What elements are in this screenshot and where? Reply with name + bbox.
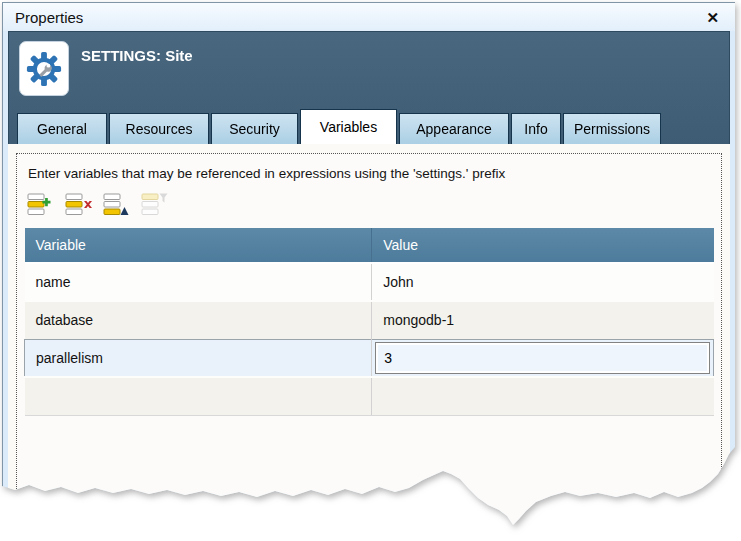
title-bar[interactable]: Properties ✕	[3, 3, 735, 31]
variable-cell[interactable]: parallelism	[25, 339, 372, 377]
properties-dialog: Properties ✕	[2, 2, 736, 526]
variables-toolbar	[26, 190, 714, 218]
value-cell[interactable]: John	[372, 263, 714, 301]
close-icon[interactable]: ✕	[702, 8, 723, 27]
tab-resources[interactable]: Resources	[109, 113, 209, 144]
variables-tab-page: Enter variables that may be referenced i…	[8, 144, 730, 541]
table-row[interactable]: database mongodb-1	[25, 301, 714, 339]
settings-icon-tile	[19, 41, 69, 96]
column-header-variable[interactable]: Variable	[25, 228, 372, 263]
value-cell[interactable]: mongodb-1	[372, 301, 714, 339]
move-row-icon	[103, 191, 130, 218]
tab-general[interactable]: General	[17, 113, 107, 144]
add-row-icon	[27, 191, 54, 218]
table-header-row: Variable Value	[25, 228, 714, 263]
settings-gear-icon	[24, 49, 64, 89]
variable-cell[interactable]: database	[25, 301, 372, 339]
delete-row-icon	[65, 191, 92, 218]
tab-strip: General Resources Security Variables App…	[17, 109, 663, 144]
move-variable-button[interactable]	[102, 190, 130, 218]
page-title: SETTINGS: Site	[81, 47, 193, 64]
variables-table: Variable Value name John database mongod…	[24, 228, 714, 416]
value-cell[interactable]	[372, 377, 714, 415]
window: Properties ✕	[2, 2, 736, 526]
variable-cell[interactable]: name	[25, 263, 372, 301]
tab-info[interactable]: Info	[511, 113, 561, 144]
value-cell	[372, 339, 714, 377]
tab-permissions[interactable]: Permissions	[563, 113, 661, 144]
instruction-text: Enter variables that may be referenced i…	[24, 166, 714, 181]
table-row-selected[interactable]: parallelism	[25, 339, 714, 377]
variable-cell[interactable]	[25, 377, 372, 415]
filter-rows-icon	[141, 191, 168, 218]
window-title: Properties	[15, 9, 702, 26]
variables-panel: Enter variables that may be referenced i…	[16, 153, 722, 541]
tab-appearance[interactable]: Appearance	[399, 113, 509, 144]
filter-variables-button[interactable]	[140, 190, 168, 218]
add-variable-button[interactable]	[26, 190, 54, 218]
tab-security[interactable]: Security	[211, 113, 298, 144]
tab-variables[interactable]: Variables	[300, 109, 397, 144]
table-row-empty[interactable]	[25, 377, 714, 415]
value-edit-input[interactable]	[375, 342, 710, 374]
table-row[interactable]: name John	[25, 263, 714, 301]
header-band: SETTINGS: Site General Resources Securit…	[8, 31, 730, 144]
delete-variable-button[interactable]	[64, 190, 92, 218]
column-header-value[interactable]: Value	[372, 228, 714, 263]
